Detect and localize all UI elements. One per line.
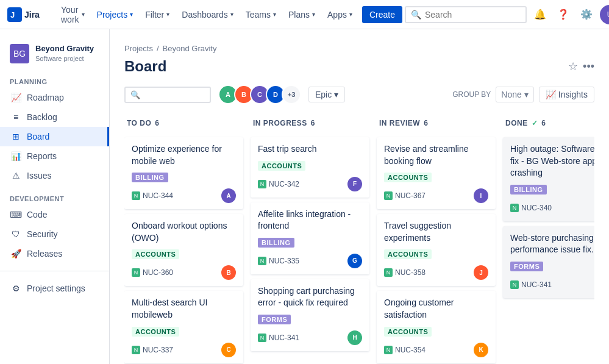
card-nuc-341-done[interactable]: Web-store purchasing performance issue f… — [503, 226, 594, 298]
nav-dashboards[interactable]: Dashboards ▾ — [177, 6, 238, 23]
development-section-title: DEVELOPMENT — [0, 190, 109, 205]
avatar-more[interactable]: +3 — [282, 85, 301, 104]
board-search-input[interactable] — [144, 90, 205, 99]
assignee-avatar: H — [347, 330, 362, 345]
breadcrumb-project-name[interactable]: Beyond Gravity — [163, 44, 217, 53]
sidebar-item-issues[interactable]: ⚠ Issues — [0, 166, 109, 185]
search-input[interactable] — [425, 10, 510, 20]
sidebar-item-reports[interactable]: 📊 Reports — [0, 146, 109, 166]
star-icon[interactable]: ☆ — [568, 60, 578, 73]
column-done: DONE ✓ 6 High outage: Software bug fix -… — [503, 114, 594, 303]
help-button[interactable]: ❓ — [554, 5, 573, 24]
column-title-done: DONE — [505, 119, 528, 127]
settings-button[interactable]: ⚙️ — [577, 5, 596, 24]
sidebar-item-project-settings[interactable]: ⚙ Project settings — [0, 279, 109, 298]
nav-filter[interactable]: Filter ▾ — [140, 6, 174, 23]
chevron-down-icon: ▾ — [349, 11, 352, 18]
column-todo: TO DO 6 Optimize experience for mobile w… — [124, 114, 243, 364]
sidebar-item-backlog[interactable]: ≡ Backlog — [0, 107, 109, 127]
assignee-avatar: G — [347, 254, 362, 268]
card-nuc-341-ip[interactable]: Shopping cart purchasing error - quick f… — [251, 279, 369, 351]
group-by: GROUP BY None ▾ 📈 Insights — [452, 87, 594, 102]
epic-button[interactable]: Epic ▾ — [308, 87, 345, 102]
roadmap-icon: 📈 — [10, 91, 22, 104]
assignee-avatar: J — [474, 265, 488, 280]
issue-icon: N — [384, 191, 393, 200]
chevron-down-icon: ▾ — [130, 11, 133, 18]
card-nuc-344[interactable]: Optimize experience for mobile web BILLI… — [124, 137, 243, 209]
sidebar-item-security[interactable]: 🛡 Security — [0, 224, 109, 244]
column-header-inreview: IN REVIEW 6 — [377, 114, 496, 132]
nav-teams[interactable]: Teams ▾ — [241, 6, 281, 23]
releases-icon: 🚀 — [10, 248, 22, 260]
chevron-down-icon: ▾ — [230, 11, 233, 18]
issue-icon: N — [510, 204, 519, 212]
svg-text:J: J — [10, 10, 15, 20]
nav-projects[interactable]: Projects ▾ — [92, 6, 138, 23]
board-search-box[interactable]: 🔍 — [124, 87, 211, 103]
page-header: Board ☆ ••• — [124, 58, 594, 75]
assignee-avatar: F — [347, 177, 362, 191]
card-nuc-354[interactable]: Ongoing customer satisfaction ACCOUNTS N… — [377, 291, 496, 363]
board-toolbar: 🔍 A B C D +3 Epic ▾ GROUP BY None ▾ — [124, 85, 594, 104]
layout: BG Beyond Gravity Software project PLANN… — [0, 29, 609, 364]
assignee-avatar: K — [474, 343, 488, 357]
project-name: Beyond Gravity — [35, 44, 94, 54]
avatar-group: A B C D +3 — [218, 85, 301, 104]
sidebar-item-code[interactable]: ⌨ Code — [0, 205, 109, 224]
backlog-icon: ≡ — [10, 111, 22, 123]
reports-icon: 📊 — [10, 150, 22, 162]
assignee-avatar: B — [221, 265, 236, 280]
sidebar-project[interactable]: BG Beyond Gravity Software project — [0, 39, 109, 73]
create-button[interactable]: Create — [362, 6, 402, 23]
search-icon: 🔍 — [411, 10, 421, 20]
chevron-down-icon: ▾ — [312, 11, 315, 18]
nav-apps[interactable]: Apps ▾ — [322, 6, 357, 23]
logo[interactable]: J Jira — [7, 7, 49, 22]
sidebar-item-roadmap[interactable]: 📈 Roadmap — [0, 88, 109, 107]
card-nuc-337[interactable]: Multi-dest search UI mobileweb ACCOUNTS … — [124, 291, 243, 363]
group-by-select[interactable]: None ▾ — [496, 87, 533, 102]
column-title-inreview: IN REVIEW — [379, 119, 420, 127]
issue-icon: N — [132, 346, 140, 354]
issue-icon: N — [132, 191, 140, 200]
column-inreview: IN REVIEW 6 Revise and streamline bookin… — [377, 114, 496, 364]
column-inprogress: IN PROGRESS 6 Fast trip search ACCOUNTS … — [251, 114, 369, 356]
insights-button[interactable]: 📈 Insights — [539, 87, 594, 102]
assignee-avatar: A — [221, 188, 236, 203]
column-header-done: DONE ✓ 6 — [503, 114, 594, 132]
main-content: Projects / Beyond Gravity Board ☆ ••• 🔍 … — [110, 29, 609, 364]
card-nuc-342[interactable]: Fast trip search ACCOUNTS N NUC-342 F — [251, 137, 369, 198]
column-header-todo: TO DO 6 — [124, 114, 243, 132]
svg-text:Jira: Jira — [24, 10, 40, 20]
nav-plans[interactable]: Plans ▾ — [283, 6, 320, 23]
nav-your-work[interactable]: Your work ▾ — [56, 1, 90, 28]
sidebar-item-board[interactable]: ⊞ Board — [0, 127, 109, 146]
issue-icon: N — [258, 180, 266, 188]
more-actions-icon[interactable]: ••• — [583, 60, 594, 73]
chevron-down-icon: ▾ — [166, 11, 169, 18]
notifications-button[interactable]: 🔔 — [530, 5, 550, 24]
column-header-inprogress: IN PROGRESS 6 — [251, 114, 369, 132]
card-nuc-360[interactable]: Onboard workout options (OWO) ACCOUNTS N… — [124, 214, 243, 286]
card-nuc-367[interactable]: Revise and streamline booking flow ACCOU… — [377, 137, 496, 209]
card-nuc-335[interactable]: Affelite links integration - frontend BI… — [251, 202, 369, 274]
settings-gear-icon: ⚙ — [10, 282, 22, 294]
column-title-todo: TO DO — [127, 119, 151, 127]
project-icon: BG — [10, 44, 29, 63]
sidebar-item-releases[interactable]: 🚀 Releases — [0, 244, 109, 263]
shield-icon: 🛡 — [10, 228, 22, 240]
done-check-icon: ✓ — [532, 119, 538, 127]
code-icon: ⌨ — [10, 209, 22, 221]
column-title-inprogress: IN PROGRESS — [253, 119, 307, 127]
chevron-down-icon: ▾ — [273, 11, 276, 18]
search-icon: 🔍 — [130, 90, 140, 99]
card-nuc-358[interactable]: Travel suggestion experiments ACCOUNTS N… — [377, 214, 496, 286]
chevron-down-icon: ▾ — [334, 90, 338, 99]
breadcrumb-projects[interactable]: Projects — [124, 44, 153, 53]
user-avatar[interactable]: U — [600, 5, 609, 24]
card-nuc-340-done[interactable]: High outage: Software bug fix - BG Web-s… — [503, 137, 594, 221]
search-box[interactable]: 🔍 — [405, 6, 527, 23]
issue-icon: N — [258, 257, 266, 265]
issue-icon: N — [384, 268, 393, 277]
